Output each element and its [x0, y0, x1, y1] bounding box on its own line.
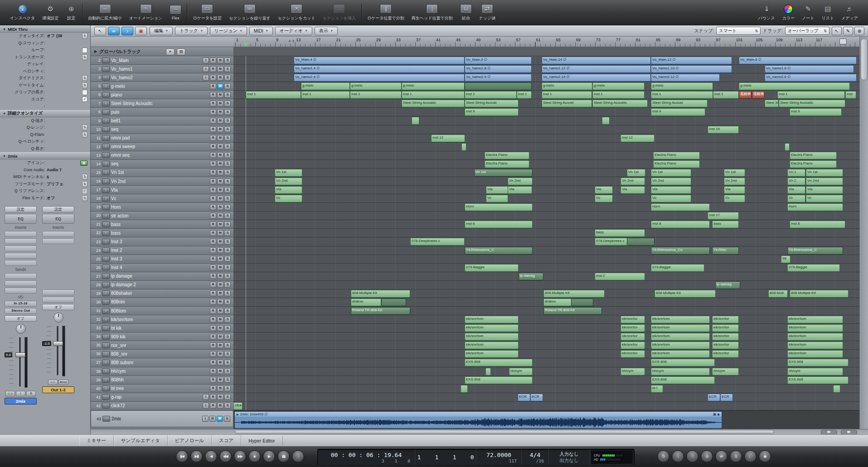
track-record-button[interactable]: R: [210, 221, 216, 227]
horizontal-scrollbar[interactable]: [91, 429, 868, 434]
parameter-checkbox[interactable]: ✓: [82, 96, 87, 102]
toolbar-button-結合[interactable]: ⊔結合: [460, 4, 472, 21]
insert-slot[interactable]: [5, 231, 37, 237]
strip-mini-button-I[interactable]: I: [16, 391, 25, 396]
region-kik/snr/tor[interactable]: kik/snr/tor: [712, 316, 739, 323]
region-hh/cym[interactable]: hh/cym: [621, 368, 645, 376]
region-Inst 8[interactable]: Inst 8: [651, 221, 710, 228]
region[interactable]: [833, 385, 840, 393]
track-solo-button[interactable]: S: [224, 256, 231, 262]
track-name[interactable]: Vn 1st: [111, 170, 209, 175]
track-row-Inst 3[interactable]: 25♪Inst 3RMS: [91, 255, 233, 264]
region-808 Multiple Kit[interactable]: 808 Multiple Kit: [351, 290, 410, 298]
metronome-button[interactable]: ♩: [744, 450, 756, 462]
track-record-button[interactable]: R: [210, 342, 216, 348]
region-808 Multiple Kit[interactable]: 808 Multiple Kit: [790, 290, 849, 298]
track-record-button[interactable]: R: [210, 377, 216, 383]
region[interactable]: [571, 298, 593, 306]
track-name[interactable]: 808_snr: [111, 351, 209, 356]
region-kik/snr/tom[interactable]: kik/snr/tom: [651, 324, 710, 332]
stepper-icon[interactable]: ⇅: [82, 174, 87, 180]
tab-Hyper Editor[interactable]: Hyper Editor: [241, 436, 282, 446]
region[interactable]: [602, 117, 610, 125]
stepper-icon[interactable]: ⇅: [82, 75, 87, 81]
track-solo-button[interactable]: S: [224, 317, 231, 323]
region-Inst 1[interactable]: Inst 1: [301, 91, 350, 99]
track-name[interactable]: 909 kik: [111, 334, 209, 339]
play-from-left-button[interactable]: ◀: [205, 450, 217, 462]
track-record-button[interactable]: R: [210, 75, 216, 81]
track-record-button[interactable]: R: [210, 299, 216, 305]
toolbar-button-ノート[interactable]: ✎ノート: [802, 4, 814, 21]
track-row-909 kik[interactable]: 34♪909 kikRMS: [91, 332, 233, 341]
track-record-button[interactable]: R: [210, 152, 216, 158]
track-mute-button[interactable]: M: [217, 273, 223, 279]
parameter-checkbox[interactable]: ✓: [82, 188, 87, 194]
track-record-button[interactable]: R: [210, 239, 216, 245]
region-808rim[interactable]: 808rim: [543, 298, 572, 306]
region-Vla[interactable]: Vla: [621, 186, 645, 194]
region-kik/snr/tom[interactable]: kik/snr/tom: [465, 324, 519, 332]
track-name[interactable]: 808tom: [111, 308, 209, 313]
replace-button[interactable]: ◎: [701, 450, 713, 462]
strip-settings-button[interactable]: 設定: [42, 206, 74, 212]
track-row-Vc[interactable]: 18♪VcRMS: [91, 194, 233, 203]
transport-lcd[interactable]: 00 : 00 : 06 : 19.643 1 01 1 1 072.00001…: [317, 449, 635, 466]
region-kik/snr/tom[interactable]: kik/snr/tom: [787, 316, 843, 323]
region-Vo_hamo1.10 ∅[interactable]: Vo_hamo1.10 ∅: [651, 65, 732, 73]
region-kik/snr/tom[interactable]: kik/snr/tom: [787, 333, 843, 341]
track-mute-button[interactable]: M: [217, 377, 223, 383]
vertical-scrollbar[interactable]: [859, 37, 868, 429]
track-row-808shaker[interactable]: 29♪808shakerRMS: [91, 289, 233, 298]
track-row-Horn[interactable]: 19♪HornRMS: [91, 203, 233, 212]
track-name[interactable]: Inst 4: [111, 265, 209, 270]
toolbar-button-設定[interactable]: ⊕設定: [66, 4, 77, 21]
region-Horn[interactable]: Horn: [465, 203, 533, 211]
track-record-button[interactable]: R: [210, 256, 216, 262]
region-74-Rhinoceros_C[interactable]: 74-Rhinoceros_C: [787, 247, 843, 255]
toolbar-button-インスペクタ[interactable]: iインスペクタ: [10, 4, 35, 21]
region-Inst 16[interactable]: Inst 16: [708, 126, 739, 134]
region-Vn 2nd[interactable]: Vn 2nd: [806, 178, 843, 185]
track-record-button[interactable]: R: [210, 187, 216, 193]
insert-slot[interactable]: [5, 253, 37, 259]
region-EXS 808[interactable]: EXS 808: [651, 359, 715, 366]
region-Vc[interactable]: Vc: [486, 195, 508, 202]
track-mute-button[interactable]: M: [217, 360, 223, 366]
region-Vo_Main.6 ∅[interactable]: Vo_Main.6 ∅: [739, 57, 857, 64]
region-Electra Piano[interactable]: Electra Piano: [653, 160, 700, 168]
track-mute-button[interactable]: M: [217, 256, 223, 262]
region-EXS 808[interactable]: EXS 808: [465, 376, 533, 384]
region-Vn 1st[interactable]: Vn 1st: [627, 169, 645, 177]
track-name[interactable]: 808shaker: [111, 291, 209, 296]
send-slot[interactable]: [5, 288, 37, 294]
region-808 Multiple Kit[interactable]: 808 Multiple Kit: [655, 290, 716, 298]
region-ECR[interactable]: ECR: [708, 394, 720, 401]
toolbar-button-ロケータを設定[interactable]: ▭ロケータを設定: [193, 4, 222, 21]
region-Vn 2nd[interactable]: Vn 2nd: [508, 178, 533, 185]
track-mute-button[interactable]: M: [217, 196, 223, 202]
region-Vo_hamo1.4 ∅[interactable]: Vo_hamo1.4 ∅: [294, 65, 465, 73]
region-kik/snr/tom[interactable]: kik/snr/tom: [465, 342, 519, 349]
track-name[interactable]: omni seq: [111, 153, 209, 158]
region-EXS 808[interactable]: EXS 808: [787, 376, 849, 384]
fader-track[interactable]: [19, 337, 21, 387]
track-name[interactable]: 808 subsnr: [111, 360, 209, 365]
region-lp damag[interactable]: lp damag: [519, 273, 543, 280]
toolbar-button-オートメーション[interactable]: ≈オートメーション: [129, 4, 162, 21]
toolbar-button-セクションをカット[interactable]: ×セクションをカット: [278, 4, 315, 21]
region-hh/cym[interactable]: hh/cym: [509, 368, 533, 376]
region-078-Deepknees c[interactable]: 078-Deepknees c: [410, 238, 465, 246]
strip-eq-thumbnail[interactable]: EQ: [42, 214, 74, 224]
region-bass[interactable]: bass: [595, 229, 645, 237]
track-record-button[interactable]: R: [210, 351, 216, 357]
track-row-puls[interactable]: 8♪pulsRMS: [91, 108, 233, 116]
track-input-button[interactable]: I: [203, 394, 209, 400]
track-record-button[interactable]: R: [210, 92, 216, 98]
track-record-button[interactable]: R: [210, 282, 216, 288]
region-g-melo[interactable]: g-melo: [402, 82, 465, 90]
track-mute-button[interactable]: M: [217, 299, 223, 305]
track-solo-button[interactable]: S: [224, 368, 231, 374]
track-row-Steel String Acoustic[interactable]: 7♪Steel String AcousticRMS: [91, 99, 233, 108]
arrange-canvas[interactable]: Vo_Main.4 ∅Vo_Main.9 ∅Vo_Main.14 ∅Vo_Mai…: [233, 56, 859, 410]
